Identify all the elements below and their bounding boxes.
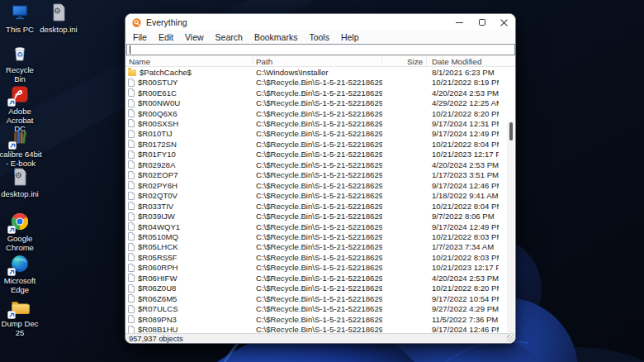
cell-date-modified: 4/20/2024 2:53 PM (427, 274, 499, 283)
file-name: $R00SXSH (138, 119, 178, 128)
shortcut-arrow-icon (7, 226, 16, 234)
column-header-size[interactable]: Size (382, 56, 427, 66)
desktop-icon-recycle-bin[interactable]: Recycle Bin (0, 43, 40, 83)
file-name: $R02QT0V (138, 191, 178, 200)
table-row[interactable]: $R06Z6M5 C:\$Recycle.Bin\S-1-5-21-522186… (125, 293, 515, 303)
table-row[interactable]: $R02QT0V C:\$Recycle.Bin\S-1-5-21-522186… (125, 190, 515, 200)
cell-date-modified: 10/21/2022 8:03 PM (427, 232, 499, 241)
file-name: $R0510MQ (138, 232, 178, 241)
cell-name: $PatchCache$ (125, 68, 253, 77)
cell-name: $R089PN3 (125, 315, 253, 324)
file-type-icon (128, 99, 135, 107)
desktop-icon-desktop-ini[interactable]: desktop.ini (39, 2, 78, 35)
menu-item[interactable]: Bookmarks (249, 32, 304, 42)
table-row[interactable]: $R06Z0U8 C:\$Recycle.Bin\S-1-5-21-522186… (125, 283, 515, 293)
table-row[interactable]: $PatchCache$ C:\Windows\Installer 8/1/20… (125, 67, 515, 77)
window-title: Everything (146, 17, 187, 27)
table-row[interactable]: $R00SXSH C:\$Recycle.Bin\S-1-5-21-522186… (125, 118, 515, 128)
table-row[interactable]: $R06HIFW C:\$Recycle.Bin\S-1-5-21-522186… (125, 273, 515, 283)
vertical-scrollbar[interactable] (507, 121, 514, 333)
file-name: $R02PY6H (138, 181, 178, 190)
desktop-icon-glyph (9, 167, 31, 187)
desktop-icon-label: Recycle Bin (0, 66, 40, 83)
table-row[interactable]: $R039IJW C:\$Recycle.Bin\S-1-5-21-522186… (125, 211, 515, 221)
cell-name: $R07ULCS (125, 304, 253, 313)
menu-item[interactable]: Edit (153, 32, 179, 42)
cell-path: C:\$Recycle.Bin\S-1-5-21-522186291-20652… (253, 315, 382, 324)
file-name: $R02EOP7 (138, 170, 178, 179)
desktop-icon-label: Google Chrome (0, 235, 40, 252)
cell-name: $R01FY10 (125, 150, 253, 159)
shortcut-arrow-icon (7, 311, 16, 319)
table-row[interactable]: $R00E61C C:\$Recycle.Bin\S-1-5-21-522186… (125, 88, 515, 98)
column-header-path[interactable]: Path (253, 56, 382, 66)
table-row[interactable]: $R0172SN C:\$Recycle.Bin\S-1-5-21-522186… (125, 139, 515, 149)
desktop-icon-glyph (48, 2, 69, 22)
resize-grip[interactable] (507, 335, 514, 342)
file-name: $R00STUY (138, 78, 178, 87)
table-row[interactable]: $R05RS5F C:\$Recycle.Bin\S-1-5-21-522186… (125, 252, 515, 262)
desktop-icon-edge[interactable]: Microsoft Edge (0, 254, 40, 294)
table-row[interactable]: $R0510MQ C:\$Recycle.Bin\S-1-5-21-522186… (125, 231, 515, 241)
cell-name: $R02QT0V (125, 191, 253, 200)
table-row[interactable]: $R02PY6H C:\$Recycle.Bin\S-1-5-21-522186… (125, 180, 515, 190)
cell-name: $R05RS5F (125, 253, 253, 262)
cell-name: $R02PY6H (125, 181, 253, 190)
menu-item[interactable]: Search (210, 32, 249, 42)
cell-date-modified: 10/21/2022 8:20 PM (427, 283, 499, 293)
table-row[interactable]: $R01FY10 C:\$Recycle.Bin\S-1-5-21-522186… (125, 150, 515, 160)
file-type-icon (128, 284, 135, 293)
desktop-icon-acrobat[interactable]: Adobe Acrobat DC (0, 84, 40, 134)
maximize-button[interactable] (471, 14, 493, 31)
file-name: $R01FY10 (138, 150, 176, 159)
cell-name: $R06Z6M5 (125, 294, 253, 303)
cell-path: C:\$Recycle.Bin\S-1-5-21-522186291-20652… (253, 325, 382, 333)
menu-item[interactable]: Help (335, 32, 365, 42)
file-type-icon (128, 305, 135, 313)
desktop-icon-desktop-ini-2[interactable]: desktop.ini (0, 167, 40, 199)
cell-name: $R02928A (125, 160, 253, 169)
minimize-button[interactable] (448, 14, 471, 31)
table-row[interactable]: $R00NW0U C:\$Recycle.Bin\S-1-5-21-522186… (125, 98, 515, 107)
desktop-icon-dump-folder[interactable]: Dump Dec 25 (0, 297, 40, 337)
cell-date-modified: 11/5/2022 7:36 PM (427, 315, 499, 324)
cell-date-modified: 9/17/2022 10:54 PM (427, 294, 499, 303)
table-row[interactable]: $R08B1HU C:\$Recycle.Bin\S-1-5-21-522186… (125, 324, 515, 333)
table-row[interactable]: $R00STUY C:\$Recycle.Bin\S-1-5-21-522186… (125, 77, 515, 87)
file-type-icon (128, 294, 135, 302)
scrollbar-thumb[interactable] (509, 122, 513, 141)
close-button[interactable] (493, 14, 515, 31)
window-titlebar[interactable]: Everything (125, 14, 515, 31)
column-header-name[interactable]: Name (125, 56, 253, 66)
table-row[interactable]: $R010TIJ C:\$Recycle.Bin\S-1-5-21-522186… (125, 129, 515, 139)
cell-date-modified: 9/17/2024 12:46 PM (427, 181, 499, 190)
menu-item[interactable]: Tools (303, 32, 335, 42)
table-row[interactable]: $R07ULCS C:\$Recycle.Bin\S-1-5-21-522186… (125, 303, 515, 313)
cell-name: $R010TIJ (125, 129, 253, 138)
table-row[interactable]: $R060RPH C:\$Recycle.Bin\S-1-5-21-522186… (125, 263, 515, 273)
table-row[interactable]: $R05LHCK C:\$Recycle.Bin\S-1-5-21-522186… (125, 242, 515, 252)
table-row[interactable]: $R089PN3 C:\$Recycle.Bin\S-1-5-21-522186… (125, 314, 515, 324)
search-input[interactable] (126, 44, 515, 55)
file-type-icon (128, 222, 135, 231)
cell-path: C:\$Recycle.Bin\S-1-5-21-522186291-20652… (253, 263, 382, 272)
cell-name: $R06Z0U8 (125, 283, 253, 293)
table-row[interactable]: $R04WQY1 C:\$Recycle.Bin\S-1-5-21-522186… (125, 221, 515, 231)
cell-date-modified: 9/17/2024 12:46 PM (427, 325, 499, 333)
table-row[interactable]: $R00Q6X6 C:\$Recycle.Bin\S-1-5-21-522186… (125, 108, 515, 118)
desktop-icon-chrome[interactable]: Google Chrome (0, 212, 40, 252)
shortcut-arrow-icon (7, 268, 16, 276)
menu-item[interactable]: View (179, 32, 210, 42)
column-header-date-modified[interactable]: Date Modified (427, 56, 499, 66)
cell-name: $R02EOP7 (125, 170, 253, 179)
table-row[interactable]: $R02928A C:\$Recycle.Bin\S-1-5-21-522186… (125, 160, 515, 169)
desktop-icon-this-pc[interactable]: This PC (0, 2, 40, 35)
cell-path: C:\$Recycle.Bin\S-1-5-21-522186291-20652… (253, 170, 382, 179)
file-type-icon (128, 274, 135, 282)
table-row[interactable]: $R02EOP7 C:\$Recycle.Bin\S-1-5-21-522186… (125, 170, 515, 180)
table-row[interactable]: $R033TIV C:\$Recycle.Bin\S-1-5-21-522186… (125, 201, 515, 211)
menu-item[interactable]: File (127, 32, 153, 42)
file-type-icon (128, 253, 135, 261)
file-type-icon (128, 130, 135, 138)
file-name: $R033TIV (138, 202, 173, 211)
